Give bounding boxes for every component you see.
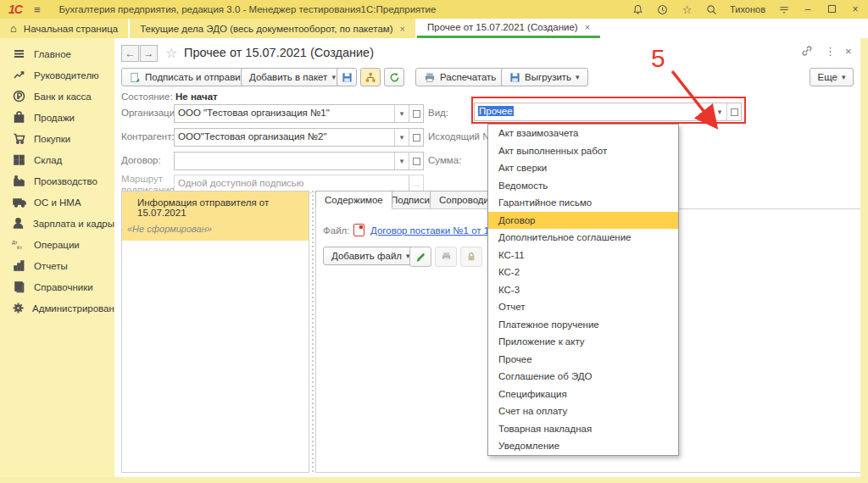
dropdown-option-14[interactable]: Соглашение об ЭДО	[488, 368, 678, 386]
sidebar-item-5[interactable]: Склад	[0, 149, 114, 170]
sidebar-item-label: Покупки	[34, 134, 70, 144]
edit-file-button[interactable]	[409, 247, 431, 267]
close-document-icon[interactable]: ×	[845, 45, 852, 58]
dropdown-option-12[interactable]: Приложение к акту	[488, 333, 678, 351]
history-icon[interactable]	[656, 3, 669, 16]
contragent-open-icon[interactable]	[409, 129, 423, 146]
dropdown-option-15[interactable]: Спецификация	[488, 386, 678, 403]
sidebar-item-11[interactable]: Справочники	[0, 276, 114, 297]
get-link-icon[interactable]	[801, 45, 813, 59]
contract-dropdown-icon[interactable]: ▾	[394, 153, 409, 169]
window-tab-0[interactable]: Текущие дела ЭДО (весь документооборот, …	[130, 19, 417, 38]
more-button[interactable]: Еще▾	[810, 68, 854, 86]
sidebar-item-12[interactable]: Администрирование	[0, 297, 114, 319]
dropdown-option-4[interactable]: Гарантийное письмо	[488, 194, 678, 212]
favorites-star-icon[interactable]: ☆	[681, 3, 693, 16]
kind-open-icon[interactable]	[726, 103, 741, 120]
sidebar-item-label: Отчеты	[34, 261, 68, 271]
sidebar-item-0[interactable]: Главное	[0, 43, 114, 64]
main-menu-icon[interactable]: ≡	[34, 3, 41, 16]
notifications-bell-icon[interactable]	[632, 3, 644, 16]
sidebar-item-2[interactable]: Банк и касса	[0, 86, 114, 107]
sidebar-item-8[interactable]: Зарплата и кадры	[0, 213, 114, 234]
books-icon	[12, 280, 26, 294]
contract-label: Договор:	[121, 155, 161, 165]
forward-button[interactable]: →	[140, 45, 158, 62]
org-dropdown-icon[interactable]: ▾	[394, 105, 409, 122]
kind-label: Вид:	[428, 108, 448, 118]
person-icon	[12, 216, 25, 230]
sign-and-send-button[interactable]: Подписать и отправить	[121, 68, 259, 86]
dropdown-option-0[interactable]: Акт взаимозачета	[488, 125, 678, 142]
1c-logo: 1С	[8, 3, 22, 16]
floppy-icon	[342, 72, 353, 83]
document-title: Прочее от 15.07.2021 (Создание)	[184, 46, 374, 59]
print-button[interactable]: Распечатать	[415, 68, 504, 86]
sidebar-item-6[interactable]: Производство	[0, 170, 114, 192]
current-user[interactable]: Тихонов	[730, 4, 765, 14]
dropdown-option-2[interactable]: Акт сверки	[488, 159, 678, 177]
dropdown-option-11[interactable]: Платежное поручение	[488, 316, 678, 334]
org-open-icon[interactable]	[409, 105, 423, 122]
sidebar-item-label: Склад	[34, 155, 62, 165]
sidebar-item-4[interactable]: Покупки	[0, 128, 114, 149]
hierarchy-icon	[364, 72, 376, 83]
kind-field[interactable]: Прочее ▾	[474, 103, 742, 121]
add-file-button[interactable]: Добавить файл▾	[323, 247, 419, 265]
dropdown-option-1[interactable]: Акт выполненных работ	[488, 142, 678, 160]
sidebar-item-1[interactable]: Руководителю	[0, 64, 114, 86]
open-windows-tabbar: ⌂ Начальная страница Текущие дела ЭДО (в…	[0, 19, 868, 38]
warehouse-icon	[12, 153, 26, 167]
dropdown-option-18[interactable]: Уведомление	[488, 437, 678, 455]
tab-content[interactable]: Содержимое	[315, 191, 392, 209]
close-tab-icon[interactable]: ×	[400, 24, 405, 34]
minimize-button[interactable]: –	[802, 3, 814, 15]
dropdown-option-9[interactable]: КС-3	[488, 281, 678, 299]
refresh-button[interactable]	[384, 68, 404, 86]
annotation-number: 5	[651, 44, 665, 73]
sender-info-item[interactable]: Информация отправителя от 15.07.2021 «Не…	[122, 192, 309, 241]
contract-open-icon[interactable]	[409, 153, 423, 169]
dropdown-option-7[interactable]: КС-11	[488, 247, 678, 264]
close-tab-icon[interactable]: ×	[585, 22, 590, 32]
print-file-button	[435, 247, 457, 267]
sidebar-item-7[interactable]: ОС и НМА	[0, 192, 114, 213]
sidebar-item-label: ОС и НМА	[34, 197, 81, 208]
favorite-star-icon[interactable]: ☆	[165, 45, 177, 61]
home-icon: ⌂	[10, 22, 17, 35]
dropdown-option-5[interactable]: Договор	[488, 212, 678, 230]
sidebar-item-10[interactable]: Отчеты	[0, 255, 114, 276]
dropdown-option-17[interactable]: Товарная накладная	[488, 420, 678, 438]
kind-dropdown-icon[interactable]: ▾	[712, 103, 726, 120]
dropdown-option-16[interactable]: Счет на оплату	[488, 402, 678, 420]
maximize-button[interactable]	[826, 3, 837, 15]
export-button[interactable]: Выгрузить▾	[501, 68, 588, 86]
panel-splitter[interactable]	[312, 191, 314, 473]
dropdown-option-10[interactable]: Отчет	[488, 298, 678, 316]
contragent-label: Контрагент:	[121, 131, 175, 142]
sidebar-item-9[interactable]: ДтКтОперации	[0, 234, 114, 255]
contragent-field[interactable]: ООО"Тестовая организация №2" ▾	[174, 128, 424, 147]
close-window-button[interactable]: ×	[849, 3, 861, 15]
sidebar-item-3[interactable]: Продажи	[0, 107, 114, 128]
dropdown-option-13[interactable]: Прочее	[488, 351, 678, 369]
more-dots-icon[interactable]: ⋮	[825, 45, 836, 58]
search-icon[interactable]	[705, 3, 718, 16]
sidebar-item-label: Производство	[34, 176, 97, 186]
tab-home[interactable]: ⌂ Начальная страница	[0, 19, 130, 38]
contragent-dropdown-icon[interactable]: ▾	[394, 129, 409, 146]
dropdown-option-3[interactable]: Ведомость	[488, 177, 678, 195]
back-button[interactable]: ←	[121, 45, 139, 62]
dropdown-option-8[interactable]: КС-2	[488, 264, 678, 281]
sidebar-item-label: Продажи	[34, 113, 75, 123]
right-strip	[860, 38, 868, 477]
contract-field[interactable]: ▾	[174, 152, 424, 170]
service-menu-icon[interactable]	[777, 3, 790, 16]
org-field[interactable]: ООО "Тестовая организация №1" ▾	[174, 104, 424, 123]
window-tab-label: Текущие дела ЭДО (весь документооборот, …	[140, 24, 392, 34]
save-button[interactable]	[337, 68, 357, 86]
structure-button[interactable]	[360, 68, 381, 86]
window-tab-1[interactable]: Прочее от 15.07.2021 (Создание)×	[417, 19, 600, 38]
add-to-package-button[interactable]: Добавить в пакет▾	[241, 68, 344, 86]
dropdown-option-6[interactable]: Дополнительное соглашение	[488, 229, 678, 247]
